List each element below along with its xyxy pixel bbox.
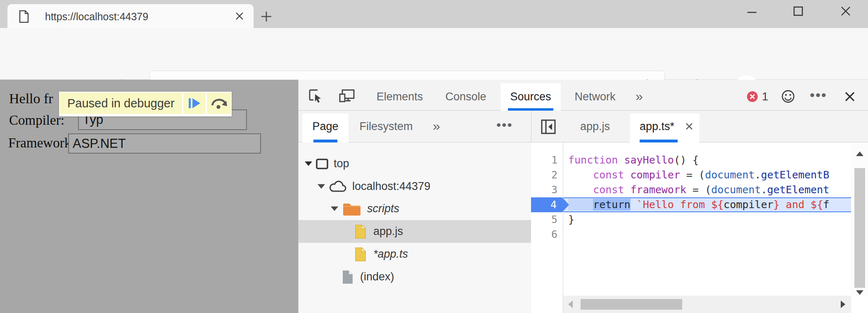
- compiler-label: Compiler:: [9, 113, 64, 128]
- tree-label: *app.ts: [373, 248, 408, 261]
- expander-icon[interactable]: [305, 161, 312, 166]
- tab-sources[interactable]: Sources: [510, 90, 551, 103]
- browser-toolbar: https://localhost:44379: [0, 28, 868, 80]
- editor-tab-close-icon[interactable]: [685, 122, 693, 130]
- token: ${: [811, 199, 823, 211]
- paused-line-number-badge[interactable]: 4: [531, 197, 569, 212]
- token: [568, 184, 593, 196]
- more-tabs-chevron-icon[interactable]: »: [636, 89, 643, 104]
- token: = (: [680, 169, 705, 181]
- frame-icon: [315, 158, 329, 170]
- page-heading: Hello fr: [9, 91, 53, 107]
- sidebar-more-chevron-icon[interactable]: »: [433, 119, 440, 134]
- code-line[interactable]: function sayHello() {: [568, 153, 699, 168]
- scroll-right-arrow-icon[interactable]: [841, 301, 845, 308]
- scroll-left-arrow-icon[interactable]: [568, 301, 573, 308]
- resume-icon: [188, 97, 201, 109]
- token: ${: [711, 199, 723, 211]
- error-badge-icon[interactable]: [747, 91, 758, 102]
- scroll-down-arrow-icon[interactable]: [856, 290, 863, 295]
- line-number[interactable]: 5: [531, 212, 563, 227]
- scroll-up-arrow-icon[interactable]: [856, 152, 863, 156]
- sources-sub-toolbar: Page Filesystem » ••• app.js app.ts*: [299, 111, 868, 142]
- tree-item-app-ts[interactable]: *app.ts: [299, 243, 531, 266]
- tree-item-scripts[interactable]: scripts: [299, 197, 531, 220]
- token: function: [568, 154, 624, 166]
- devtools-main-toolbar: Elements Console Sources Network » 1 •••: [299, 80, 868, 111]
- code-line[interactable]: }: [568, 212, 574, 227]
- token: const: [593, 169, 630, 181]
- tree-label: (index): [360, 270, 394, 283]
- tree-item-index[interactable]: (index): [299, 266, 531, 288]
- editor-tab-app-js[interactable]: app.js: [580, 120, 610, 133]
- cloud-icon: [328, 180, 347, 193]
- framework-label: Framework:: [8, 135, 75, 151]
- web-page-content: Hello fr Compiler: Framework: Paused in …: [0, 80, 298, 313]
- tab-console[interactable]: Console: [445, 90, 486, 103]
- line-number[interactable]: 1: [531, 153, 563, 168]
- editor-horizontal-scrollbar[interactable]: [563, 296, 851, 313]
- token: framework: [631, 184, 686, 196]
- token: f: [823, 199, 829, 211]
- window-maximize-button[interactable]: [792, 5, 804, 17]
- editor-tab-app-ts-underline: [640, 140, 678, 142]
- file-icon: [354, 247, 367, 262]
- whitespace-selection: [568, 199, 593, 211]
- code-line[interactable]: const compiler = (document.getElementB: [568, 168, 829, 183]
- horizontal-scroll-thumb[interactable]: [581, 299, 682, 310]
- token: compiler: [723, 199, 773, 211]
- error-count: 1: [762, 90, 768, 103]
- devtools-feedback-smiley-icon[interactable]: [780, 89, 796, 104]
- code-editor[interactable]: function sayHello() { const compiler = (…: [563, 142, 851, 296]
- expander-icon[interactable]: [318, 184, 325, 189]
- device-toolbar-icon[interactable]: [339, 88, 356, 104]
- framework-input[interactable]: [68, 133, 261, 154]
- file-gray-icon: [342, 270, 353, 285]
- token: getElementB: [761, 169, 830, 181]
- code-line[interactable]: const framework = (document.getElement: [568, 183, 829, 197]
- collapse-sidebar-icon[interactable]: [541, 119, 556, 135]
- tree-label: localhost:44379: [352, 180, 430, 193]
- token: sayHello: [624, 154, 674, 166]
- token: const: [593, 184, 630, 196]
- sidebar-tab-page[interactable]: Page: [312, 120, 338, 133]
- step-over-button[interactable]: [207, 92, 231, 114]
- line-number[interactable]: 3: [531, 183, 563, 197]
- file-icon: [354, 224, 367, 239]
- window-close-button[interactable]: [840, 5, 852, 17]
- token: getElement: [767, 184, 830, 196]
- inspect-element-icon[interactable]: [308, 88, 323, 104]
- line-number[interactable]: 2: [531, 168, 563, 183]
- vertical-scroll-thumb[interactable]: [854, 168, 865, 288]
- token: () {: [674, 154, 699, 166]
- token: .: [761, 184, 767, 196]
- file-tree: top localhost:44379 scripts: [299, 142, 531, 313]
- tab-close-icon[interactable]: [235, 12, 244, 21]
- tab-network[interactable]: Network: [574, 90, 615, 103]
- token: }: [773, 199, 780, 211]
- line-number[interactable]: 6: [531, 227, 563, 242]
- resume-script-button[interactable]: [183, 92, 206, 114]
- token: [568, 169, 593, 181]
- paused-in-debugger-banner: Paused in debugger: [59, 92, 232, 116]
- expander-icon[interactable]: [331, 206, 338, 211]
- devtools-close-icon[interactable]: [844, 91, 855, 102]
- sidebar-tab-filesystem[interactable]: Filesystem: [359, 120, 413, 133]
- browser-tab[interactable]: https://localhost:44379: [7, 4, 254, 28]
- editor-tab-app-ts[interactable]: app.ts*: [640, 120, 674, 133]
- tree-item-app-js[interactable]: app.js: [299, 220, 531, 243]
- editor-vertical-scrollbar[interactable]: [851, 142, 868, 296]
- token: compiler: [631, 169, 680, 181]
- code-line-paused[interactable]: return `Hello from ${compiler} and ${f: [568, 197, 829, 212]
- tree-item-localhost[interactable]: localhost:44379: [299, 175, 531, 198]
- window-minimize-button[interactable]: [746, 6, 758, 18]
- tree-label: top: [334, 157, 349, 170]
- tab-elements[interactable]: Elements: [377, 90, 423, 103]
- devtools-menu-icon[interactable]: •••: [810, 87, 827, 103]
- sidebar-tab-page-underline: [313, 140, 337, 142]
- new-tab-button[interactable]: [261, 11, 272, 22]
- sidebar-overflow-menu-icon[interactable]: •••: [496, 117, 513, 133]
- tree-label: scripts: [367, 202, 399, 215]
- token: and: [780, 199, 811, 211]
- tree-item-top[interactable]: top: [299, 152, 531, 175]
